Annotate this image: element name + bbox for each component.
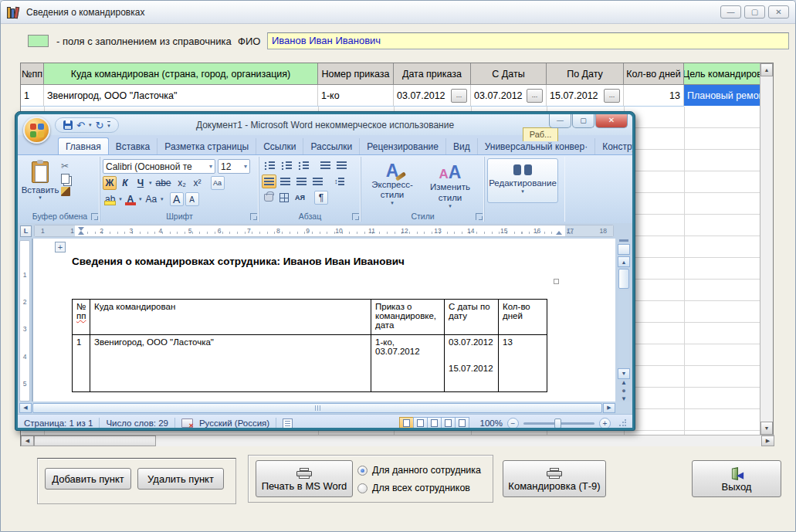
undo-dropdown-icon[interactable]: ▾: [89, 122, 92, 128]
clear-formatting-button[interactable]: Aa: [211, 176, 225, 190]
highlight-button[interactable]: ab: [103, 192, 117, 206]
scroll-down-icon[interactable]: ▼: [760, 422, 773, 435]
web-layout-view-button[interactable]: [427, 417, 442, 429]
scroll-thumb[interactable]: [34, 435, 156, 446]
align-left-button[interactable]: [262, 175, 276, 188]
cell-order-date[interactable]: 03.07.2012 ...: [394, 85, 471, 107]
scroll-right-icon[interactable]: ▶: [603, 403, 615, 413]
language-indicator[interactable]: Русский (Россия): [199, 418, 269, 428]
col-purpose[interactable]: Цель командиров: [684, 63, 761, 85]
copy-icon[interactable]: [61, 174, 69, 184]
undo-icon[interactable]: ↶: [76, 120, 85, 130]
sort-button[interactable]: АЯ: [293, 191, 307, 205]
date-to-picker-button[interactable]: ...: [604, 89, 620, 103]
borders-button[interactable]: [277, 191, 291, 205]
right-indent-marker[interactable]: [556, 231, 562, 235]
shrink-font-button[interactable]: А: [185, 192, 199, 206]
dialog-launcher-icon[interactable]: [476, 213, 483, 220]
remove-item-button[interactable]: Удалить пункт: [137, 468, 224, 490]
fio-input[interactable]: Иванов Иван Иванович: [267, 32, 789, 49]
chevron-down-icon[interactable]: ▾: [391, 200, 394, 206]
grow-font-button[interactable]: А: [170, 192, 184, 206]
table-move-handle[interactable]: +: [55, 242, 66, 252]
increase-indent-button[interactable]: [334, 158, 349, 172]
underline-dropdown-icon[interactable]: ▾: [149, 180, 152, 186]
document-vertical-scrollbar[interactable]: ▲ ▼ ▲ ● ▼: [615, 239, 632, 402]
col-date-to[interactable]: По Дату: [547, 63, 624, 85]
grid-horizontal-scrollbar[interactable]: ◀ ▶: [21, 435, 774, 446]
scroll-up-icon[interactable]: ▲: [760, 63, 773, 76]
tab-design[interactable]: Конструктор: [595, 138, 632, 154]
scroll-left-icon[interactable]: ◀: [21, 435, 34, 446]
numbering-button[interactable]: [279, 158, 294, 172]
cell-days[interactable]: 13: [624, 85, 684, 107]
zoom-slider-thumb[interactable]: [554, 418, 561, 429]
multilevel-list-button[interactable]: [296, 158, 311, 172]
tab-view[interactable]: Вид: [446, 138, 478, 154]
dialog-launcher-icon[interactable]: [250, 213, 257, 220]
previous-page-icon[interactable]: ▲: [621, 381, 627, 385]
add-item-button[interactable]: Добавить пункт: [45, 468, 131, 490]
cell-num[interactable]: 1: [21, 85, 44, 107]
paste-button[interactable]: Вставить ▾: [22, 158, 58, 206]
exit-button[interactable]: ◀ Выход: [692, 460, 781, 497]
col-num[interactable]: №пп: [21, 63, 44, 85]
change-styles-button[interactable]: АA Изменить стили ▾: [421, 158, 479, 208]
align-right-button[interactable]: [294, 175, 309, 188]
zoom-level[interactable]: 100%: [480, 418, 503, 428]
split-handle[interactable]: [619, 239, 628, 242]
change-case-dropdown-icon[interactable]: ▾: [161, 196, 164, 202]
col-destination[interactable]: Куда командирован (страна, город, органи…: [44, 63, 318, 85]
table-column-marker[interactable]: [567, 229, 573, 234]
scroll-thumb[interactable]: [618, 269, 629, 289]
word-maximize-button[interactable]: ▢: [572, 114, 594, 128]
scroll-up-icon[interactable]: ▲: [618, 256, 630, 267]
scroll-left-icon[interactable]: ◀: [19, 403, 32, 413]
dialog-launcher-icon[interactable]: [352, 213, 359, 220]
cell-destination[interactable]: Звенигород, ООО "Ласточка": [44, 85, 318, 107]
cell-order-no[interactable]: 1-ко: [318, 85, 394, 107]
col-order-no[interactable]: Номер приказа: [318, 63, 394, 85]
resize-grip[interactable]: [618, 419, 626, 427]
font-family-combo[interactable]: Calibri (Основной те ▾: [103, 159, 215, 174]
decrease-indent-button[interactable]: [318, 158, 333, 172]
quick-styles-button[interactable]: A Экспресс-стили ▾: [364, 158, 421, 208]
date-from-picker-button[interactable]: ...: [527, 89, 543, 103]
tab-mailings[interactable]: Рассылки: [303, 138, 360, 154]
print-layout-view-button[interactable]: [399, 417, 414, 429]
tab-references[interactable]: Ссылки: [256, 138, 303, 154]
close-button[interactable]: ✕: [768, 5, 789, 19]
save-icon[interactable]: [63, 120, 73, 130]
document-horizontal-scrollbar[interactable]: ◀ ▶: [18, 402, 632, 414]
chevron-down-icon[interactable]: ▾: [521, 188, 524, 195]
cell-purpose-selected[interactable]: Плановый ремонт: [684, 85, 761, 107]
print-word-button[interactable]: Печать в MS Word: [256, 460, 353, 497]
align-center-button[interactable]: [278, 175, 293, 188]
office-button[interactable]: [23, 117, 50, 144]
radio-all-employees[interactable]: Для всех сотрудников: [357, 483, 470, 493]
line-spacing-button[interactable]: ↕: [332, 175, 347, 188]
justify-button[interactable]: [310, 175, 325, 188]
document-page[interactable]: + Сведения о командировках сотрудника: И…: [32, 239, 615, 402]
col-days[interactable]: Кол-во дней: [624, 63, 684, 85]
draft-view-button[interactable]: [455, 417, 469, 429]
zoom-slider[interactable]: [523, 422, 594, 425]
scroll-down-icon[interactable]: ▼: [618, 368, 630, 379]
fullscreen-reading-view-button[interactable]: [413, 417, 428, 429]
shading-button[interactable]: [262, 191, 276, 205]
underline-button[interactable]: Ч: [134, 176, 147, 190]
redo-icon[interactable]: ↻: [95, 120, 103, 130]
bullets-button[interactable]: [262, 158, 277, 172]
paste-dropdown-icon[interactable]: ▾: [39, 195, 42, 201]
col-order-date[interactable]: Дата приказа: [394, 63, 471, 85]
cell-date-to[interactable]: 15.07.2012 ...: [547, 85, 624, 107]
grid-vertical-scrollbar[interactable]: ▲ ▼: [760, 63, 773, 435]
select-browse-object-icon[interactable]: ●: [622, 387, 625, 395]
superscript-button[interactable]: x²: [191, 176, 205, 190]
hanging-indent-marker[interactable]: [78, 231, 84, 235]
ruler-toggle-button[interactable]: [618, 244, 630, 255]
font-size-combo[interactable]: 12 ▾: [218, 159, 250, 174]
change-case-button[interactable]: Aa: [143, 192, 159, 206]
spellcheck-icon[interactable]: [181, 418, 193, 428]
qat-customize-icon[interactable]: ▾: [107, 121, 110, 129]
